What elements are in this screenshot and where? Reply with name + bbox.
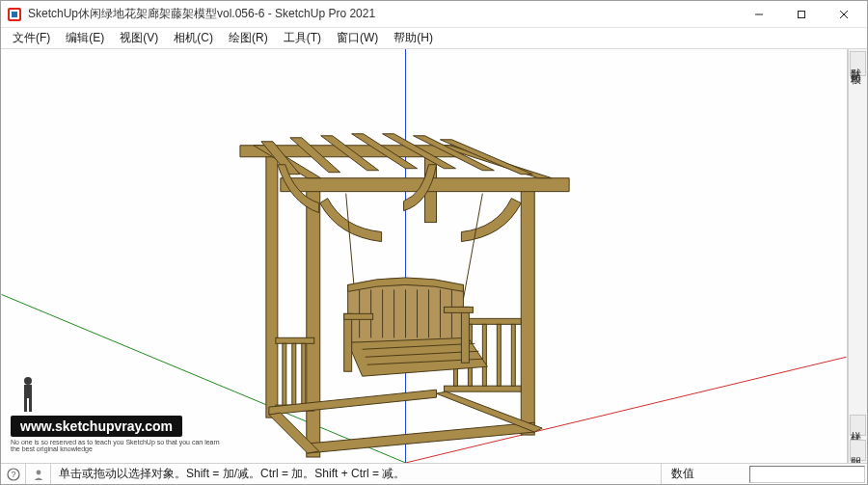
titlebar[interactable]: SketchUp休闲绿地花架廊架藤架模型vol.056-6 - SketchUp… (1, 1, 867, 28)
svg-rect-54 (461, 307, 469, 363)
side-trays: 默认面板 样式 阴影 (848, 49, 867, 463)
menu-edit[interactable]: 编辑(E) (58, 28, 112, 48)
app-window: SketchUp休闲绿地花架廊架藤架模型vol.056-6 - SketchUp… (0, 0, 868, 485)
tray-default[interactable]: 默认面板 (850, 51, 866, 76)
svg-line-38 (463, 194, 482, 300)
svg-rect-25 (276, 337, 314, 343)
tray-styles[interactable]: 样式 (850, 415, 866, 436)
status-hint: 单击或拖动以选择对象。Shift = 加/减。Ctrl = 加。Shift + … (51, 466, 661, 482)
svg-rect-12 (307, 178, 320, 457)
svg-rect-27 (283, 343, 286, 405)
svg-rect-2 (12, 12, 17, 17)
svg-marker-57 (308, 422, 534, 453)
svg-rect-4 (799, 12, 805, 18)
menu-camera[interactable]: 相机(C) (166, 28, 221, 48)
status-help-button[interactable]: ? (1, 464, 26, 484)
svg-rect-36 (511, 324, 515, 386)
minimize-button[interactable] (738, 1, 780, 28)
measurement-label: 数值 (661, 464, 747, 484)
svg-point-67 (36, 470, 41, 474)
pergola-model (240, 134, 569, 457)
svg-rect-35 (497, 324, 501, 386)
scene-svg (1, 49, 847, 463)
svg-rect-53 (344, 313, 352, 371)
svg-rect-13 (521, 180, 534, 435)
svg-text:?: ? (11, 470, 15, 479)
close-button[interactable] (823, 1, 865, 28)
svg-rect-34 (482, 324, 486, 386)
menu-help[interactable]: 帮助(H) (386, 28, 441, 48)
maximize-button[interactable] (780, 1, 823, 28)
svg-rect-55 (344, 313, 373, 319)
svg-rect-31 (444, 386, 521, 391)
svg-rect-56 (444, 307, 473, 312)
menubar: 文件(F) 编辑(E) 视图(V) 相机(C) 绘图(R) 工具(T) 窗口(W… (1, 28, 867, 49)
measurement-input[interactable] (749, 466, 865, 483)
menu-view[interactable]: 视图(V) (112, 28, 166, 48)
menu-tools[interactable]: 工具(T) (276, 28, 329, 48)
window-title: SketchUp休闲绿地花架廊架藤架模型vol.056-6 - SketchUp… (28, 6, 738, 22)
menu-file[interactable]: 文件(F) (5, 28, 58, 48)
menu-window[interactable]: 窗口(W) (329, 28, 386, 48)
status-user-icon[interactable] (26, 464, 51, 484)
workarea: www.sketchupvray.com No one is so reserv… (1, 49, 867, 463)
svg-rect-28 (292, 343, 296, 405)
statusbar: ? 单击或拖动以选择对象。Shift = 加/减。Ctrl = 加。Shift … (1, 463, 867, 484)
sketchup-app-icon (7, 7, 22, 22)
tray-shadows[interactable]: 阴影 (850, 440, 866, 461)
menu-draw[interactable]: 绘图(R) (221, 28, 276, 48)
window-controls (738, 1, 865, 27)
svg-rect-10 (266, 148, 278, 418)
axes (2, 49, 847, 463)
viewport-3d[interactable]: www.sketchupvray.com No one is so reserv… (1, 49, 848, 463)
svg-rect-29 (302, 343, 306, 405)
